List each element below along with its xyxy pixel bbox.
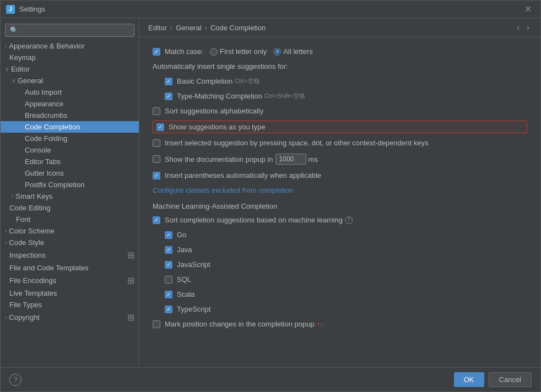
- sidebar-item-font[interactable]: Font: [1, 214, 139, 225]
- sidebar-item-auto-import[interactable]: Auto Import: [1, 86, 139, 98]
- sidebar-item-label-breadcrumbs: Breadcrumbs: [25, 111, 67, 119]
- settings-dialog: J Settings ✕ ›Appearance & BehaviorKeyma…: [0, 0, 541, 392]
- sidebar-item-label-gutter-icons: Gutter Icons: [25, 169, 64, 177]
- show-docs-label: Show the documentation popup in: [165, 155, 273, 164]
- show-docs-checkbox[interactable]: [153, 155, 160, 163]
- sidebar-item-code-completion[interactable]: Code Completion: [1, 121, 139, 133]
- settings-panel: Editor › General › Code Completion ‹ › M…: [139, 18, 540, 367]
- sidebar-item-appearance[interactable]: Appearance: [1, 98, 139, 110]
- help-icon[interactable]: ?: [345, 216, 353, 224]
- type-matching-shortcut: Ctrl+Shift+空格: [264, 92, 305, 100]
- breadcrumb-general: General: [176, 24, 201, 32]
- sidebar-item-color-scheme[interactable]: ›Color Scheme: [1, 225, 139, 237]
- sort-ml-row: Sort completion suggestions based on mac…: [153, 215, 527, 225]
- sidebar-item-file-types[interactable]: File Types: [1, 299, 139, 311]
- breadcrumb-editor: Editor: [148, 24, 167, 32]
- java-checkbox[interactable]: [165, 246, 172, 254]
- docs-timeout-input[interactable]: [275, 154, 306, 165]
- sidebar-item-gutter-icons[interactable]: Gutter Icons: [1, 167, 139, 179]
- go-checkbox[interactable]: [165, 231, 172, 239]
- show-suggestions-row: Show suggestions as you type: [153, 121, 527, 133]
- breadcrumb: Editor › General › Code Completion: [148, 24, 266, 32]
- sql-row: SQL: [165, 274, 527, 285]
- sidebar-item-label-live-templates: Live Templates: [9, 289, 57, 297]
- typescript-row: TypeScript: [165, 304, 527, 314]
- sidebar-item-copyright[interactable]: ›Copyright⊞: [1, 311, 139, 324]
- basic-completion-row: Basic Completion Ctrl+空格: [165, 76, 527, 86]
- sidebar-item-general[interactable]: ∨General: [1, 75, 139, 86]
- close-button[interactable]: ✕: [521, 3, 535, 15]
- javascript-row: JavaScript: [165, 259, 527, 270]
- sidebar-item-keymap[interactable]: Keymap: [1, 52, 139, 63]
- color-scheme-arrow-icon: ›: [5, 228, 7, 234]
- sidebar-item-label-editor-tabs: Editor Tabs: [25, 157, 61, 166]
- sidebar-item-editor[interactable]: ∨Editor: [1, 63, 139, 75]
- letter-radio-group: First letter only All letters: [210, 47, 313, 56]
- sidebar-item-file-code-templates[interactable]: File and Code Templates: [1, 262, 139, 274]
- sort-alpha-checkbox[interactable]: [153, 107, 160, 115]
- first-letter-option[interactable]: First letter only: [210, 47, 267, 56]
- sidebar-item-appearance-behavior[interactable]: ›Appearance & Behavior: [1, 40, 139, 52]
- show-docs-row: Show the documentation popup in ms: [153, 153, 527, 166]
- sidebar-item-code-editing[interactable]: Code Editing: [1, 202, 139, 214]
- type-matching-checkbox[interactable]: [165, 92, 172, 100]
- javascript-checkbox[interactable]: [165, 261, 172, 269]
- nav-back-button[interactable]: ‹: [515, 23, 522, 32]
- position-arrows-icon: ↑↓: [317, 320, 323, 328]
- appearance-behavior-arrow-icon: ›: [5, 43, 7, 49]
- help-button[interactable]: ?: [9, 374, 21, 386]
- go-label: Go: [177, 231, 186, 239]
- sidebar-item-editor-tabs[interactable]: Editor Tabs: [1, 156, 139, 167]
- sidebar-item-code-folding[interactable]: Code Folding: [1, 133, 139, 144]
- smart-keys-arrow-icon: ›: [12, 193, 13, 199]
- title-bar: J Settings ✕: [1, 1, 540, 18]
- sidebar-item-code-style[interactable]: ›Code Style: [1, 237, 139, 248]
- sidebar-item-file-encodings[interactable]: File Encodings⊞: [1, 274, 139, 287]
- sidebar-item-console[interactable]: Console: [1, 144, 139, 156]
- insert-selected-checkbox[interactable]: [153, 139, 160, 147]
- first-letter-radio[interactable]: [210, 48, 218, 56]
- sidebar-item-breadcrumbs[interactable]: Breadcrumbs: [1, 110, 139, 121]
- javascript-label: JavaScript: [177, 260, 210, 269]
- match-case-label: Match case:: [165, 47, 203, 56]
- show-suggestions-checkbox[interactable]: [156, 123, 164, 131]
- mark-position-label: Mark position changes in the completion …: [165, 320, 315, 328]
- breadcrumb-bar: Editor › General › Code Completion ‹ ›: [139, 18, 540, 37]
- ok-button[interactable]: OK: [454, 372, 484, 387]
- sidebar-item-label-code-style: Code Style: [9, 238, 44, 247]
- type-matching-row: Type-Matching Completion Ctrl+Shift+空格: [165, 91, 527, 101]
- java-label: Java: [177, 246, 192, 254]
- sidebar-item-live-templates[interactable]: Live Templates: [1, 287, 139, 299]
- ml-languages: Go Java JavaScript SQL: [165, 230, 527, 314]
- scala-checkbox[interactable]: [165, 291, 172, 298]
- configure-classes-link[interactable]: Configure classes excluded from completi…: [153, 186, 293, 194]
- sql-label: SQL: [177, 275, 191, 284]
- sidebar-item-inspections[interactable]: Inspections⊞: [1, 248, 139, 262]
- typescript-label: TypeScript: [177, 305, 210, 313]
- mark-position-checkbox[interactable]: [153, 320, 160, 328]
- sidebar-item-smart-keys[interactable]: ›Smart Keys: [1, 190, 139, 202]
- cancel-button[interactable]: Cancel: [489, 372, 532, 387]
- match-case-checkbox[interactable]: [153, 48, 160, 56]
- typescript-checkbox[interactable]: [165, 306, 172, 313]
- insert-parens-label: Insert parentheses automatically when ap…: [165, 171, 321, 179]
- dialog-title: Settings: [19, 5, 521, 13]
- mark-position-row: Mark position changes in the completion …: [153, 319, 527, 329]
- tree-container: ›Appearance & BehaviorKeymap∨Editor∨Gene…: [1, 40, 139, 324]
- sql-checkbox[interactable]: [165, 276, 172, 284]
- sidebar-item-label-appearance: Appearance: [25, 100, 63, 108]
- auto-insert-options: Basic Completion Ctrl+空格 Type-Matching C…: [165, 76, 527, 101]
- nav-forward-button[interactable]: ›: [524, 23, 532, 32]
- sidebar-item-label-general: General: [18, 77, 43, 85]
- show-suggestions-label: Show suggestions as you type: [169, 123, 266, 131]
- sort-ml-checkbox[interactable]: [153, 216, 160, 224]
- insert-parens-checkbox[interactable]: [153, 172, 160, 179]
- sidebar-item-label-code-folding: Code Folding: [25, 134, 67, 143]
- sidebar-item-postfix-completion[interactable]: Postfix Completion: [1, 179, 139, 190]
- type-matching-label: Type-Matching Completion: [177, 92, 262, 100]
- search-input[interactable]: [5, 24, 134, 37]
- auto-insert-label: Automatically insert single suggestions …: [153, 62, 288, 70]
- basic-completion-checkbox[interactable]: [165, 78, 172, 85]
- all-letters-radio[interactable]: [273, 48, 281, 56]
- all-letters-option[interactable]: All letters: [273, 47, 312, 56]
